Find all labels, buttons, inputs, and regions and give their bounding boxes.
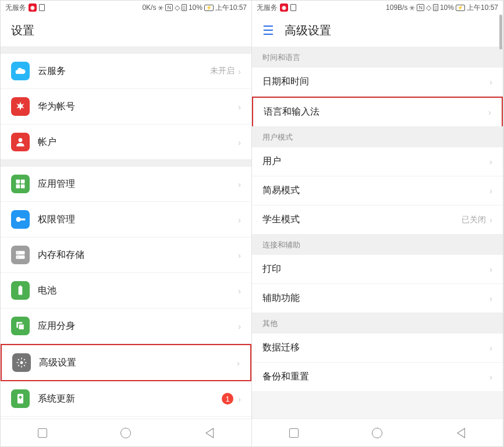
item-label: 高级设置 <box>39 357 237 369</box>
huawei-icon <box>11 97 30 116</box>
nfc-icon: N <box>417 4 424 11</box>
section-gap <box>1 159 251 166</box>
settings-item[interactable]: 数据迁移› <box>252 334 503 363</box>
nfc-icon: N <box>165 4 173 11</box>
item-label: 应用分身 <box>38 320 238 332</box>
settings-item-account[interactable]: 帐户› <box>1 125 251 159</box>
settings-group: 日期和时间›语言和输入法› <box>252 68 503 126</box>
settings-item-advanced[interactable]: 高级设置› <box>1 344 251 381</box>
svg-point-5 <box>16 217 21 222</box>
scroll-indicator[interactable] <box>499 15 502 49</box>
advanced-icon <box>12 353 31 372</box>
perm-icon <box>11 210 30 229</box>
signal-status: 无服务 <box>257 3 278 13</box>
settings-item-apps[interactable]: 应用管理› <box>1 166 251 202</box>
signal-status: 无服务 <box>5 3 26 13</box>
page-header: ☰ 高级设置 <box>252 15 503 47</box>
item-label: 语言和输入法 <box>264 106 488 118</box>
recent-apps-button[interactable] <box>36 427 49 439</box>
item-label: 简易模式 <box>262 185 489 197</box>
svg-rect-6 <box>20 218 25 220</box>
section-header: 时间和语言 <box>252 47 503 68</box>
chevron-right-icon: › <box>238 137 241 147</box>
apps-icon <box>11 175 30 193</box>
settings-item[interactable]: 学生模式已关闭› <box>252 205 503 234</box>
settings-item-about[interactable]: 关于手机› <box>1 417 251 418</box>
settings-item[interactable]: 语言和输入法› <box>252 97 503 126</box>
home-button[interactable] <box>119 427 132 439</box>
settings-item[interactable]: 日期和时间› <box>252 68 503 97</box>
update-icon <box>11 389 30 408</box>
item-label: 备份和重置 <box>262 371 489 383</box>
page-title: 高级设置 <box>285 23 331 38</box>
navigation-bar <box>1 418 251 446</box>
chevron-right-icon: › <box>238 250 241 260</box>
svg-point-15 <box>20 361 23 364</box>
notification-badge: 1 <box>222 393 233 405</box>
chevron-right-icon: › <box>489 77 492 87</box>
storage-icon <box>11 246 30 264</box>
settings-item-update[interactable]: 系统更新1› <box>1 381 251 417</box>
chevron-right-icon: › <box>238 66 241 76</box>
chevron-right-icon: › <box>489 372 492 382</box>
settings-item-clone[interactable]: 应用分身› <box>1 308 251 344</box>
account-icon <box>11 133 30 151</box>
svg-rect-4 <box>21 185 25 189</box>
settings-item-storage[interactable]: 内存和存储› <box>1 237 251 273</box>
cloud-icon <box>11 62 30 80</box>
recent-apps-button[interactable] <box>288 427 300 439</box>
battery-icon: ▯ <box>433 4 438 11</box>
settings-list[interactable]: 云服务未开启›华为帐号›帐户› 应用管理›权限管理›内存和存储›电池›应用分身›… <box>1 47 251 418</box>
svg-rect-11 <box>19 286 23 295</box>
wifi-icon: ◇ <box>426 3 431 12</box>
back-button[interactable] <box>203 427 216 439</box>
chevron-right-icon: › <box>237 358 240 368</box>
menu-icon[interactable]: ☰ <box>262 24 274 37</box>
settings-item[interactable]: 打印› <box>252 255 503 284</box>
settings-item[interactable]: 辅助功能› <box>252 284 503 313</box>
svg-rect-1 <box>16 180 20 184</box>
svg-rect-7 <box>16 251 25 254</box>
settings-item-huawei[interactable]: 华为帐号› <box>1 89 251 125</box>
svg-point-0 <box>19 138 23 142</box>
svg-rect-12 <box>19 286 21 287</box>
chevron-right-icon: › <box>489 293 492 303</box>
settings-item[interactable]: 备份和重置› <box>252 363 503 391</box>
bluetooth-icon: ⚹ <box>158 3 164 12</box>
chevron-right-icon: › <box>489 215 492 225</box>
section-gap <box>1 47 251 54</box>
chevron-right-icon: › <box>489 343 492 353</box>
item-label: 华为帐号 <box>38 101 238 113</box>
svg-point-10 <box>17 257 19 258</box>
navigation-bar <box>252 418 503 446</box>
settings-item[interactable]: 简易模式› <box>252 176 503 205</box>
svg-point-9 <box>17 252 19 253</box>
phone-left: 无服务 ◉ 0K/s ⚹ N ◇ ▯ 10% ⚡ 上午10:57 设置 云服务未… <box>1 1 252 446</box>
settings-group-accounts: 云服务未开启›华为帐号›帐户› <box>1 54 251 159</box>
settings-item-perm[interactable]: 权限管理› <box>1 202 251 237</box>
battery-percent: 10% <box>440 3 454 12</box>
network-speed: 109B/s <box>386 3 407 12</box>
settings-item[interactable]: 用户› <box>252 147 503 176</box>
clock: 上午10:57 <box>467 3 498 13</box>
advanced-settings-list[interactable]: 时间和语言日期和时间›语言和输入法›用户模式用户›简易模式›学生模式已关闭›连接… <box>252 47 503 418</box>
clock: 上午10:57 <box>215 3 247 13</box>
page-title: 设置 <box>11 23 34 38</box>
sim-icon <box>290 4 296 11</box>
chevron-right-icon: › <box>489 264 492 274</box>
wifi-icon: ◇ <box>175 3 180 12</box>
item-label: 帐户 <box>38 136 238 148</box>
clone-icon <box>11 317 30 335</box>
item-label: 辅助功能 <box>262 292 489 304</box>
home-button[interactable] <box>371 427 384 439</box>
battery-percent: 10% <box>189 3 203 12</box>
chevron-right-icon: › <box>238 394 241 404</box>
chevron-right-icon: › <box>488 107 491 117</box>
chevron-right-icon: › <box>238 321 241 331</box>
item-label: 日期和时间 <box>262 76 489 88</box>
svg-rect-14 <box>19 324 24 330</box>
back-button[interactable] <box>455 427 467 439</box>
settings-item-battery[interactable]: 电池› <box>1 273 251 308</box>
settings-group: 用户›简易模式›学生模式已关闭› <box>252 147 503 234</box>
settings-item-cloud[interactable]: 云服务未开启› <box>1 54 251 89</box>
